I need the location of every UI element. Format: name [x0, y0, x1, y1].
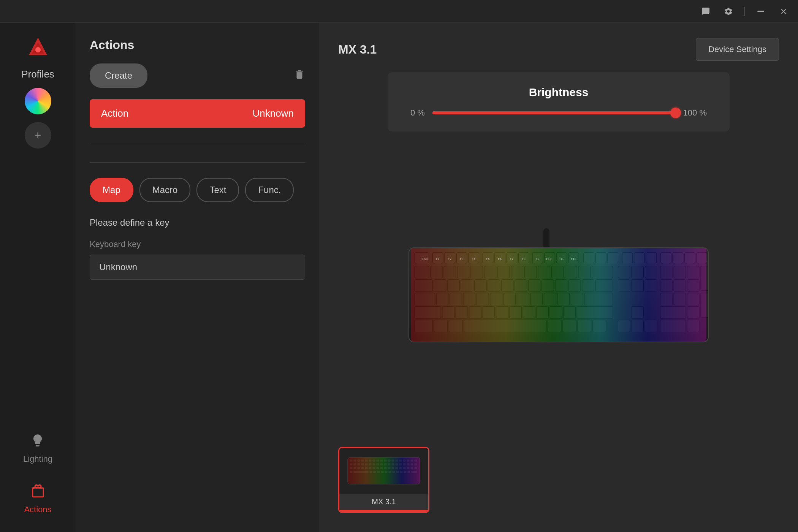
tab-map[interactable]: Map	[90, 178, 133, 202]
sidebar-item-actions[interactable]: Actions	[18, 478, 57, 521]
brightness-title: Brightness	[529, 86, 589, 99]
svg-text:F6: F6	[498, 257, 502, 261]
svg-text:ESC: ESC	[422, 257, 428, 261]
thumbnail-img	[339, 448, 428, 494]
svg-rect-0	[757, 11, 764, 12]
keyboard-key-section: Keyboard key	[90, 239, 305, 280]
brightness-max-label: 100 %	[683, 108, 707, 118]
tab-func[interactable]: Func.	[245, 178, 294, 202]
delete-icon[interactable]	[294, 69, 305, 83]
brightness-slider-fill	[432, 111, 676, 114]
brightness-slider-row: 0 % 100 %	[410, 108, 707, 118]
thumbnail-bottom-bar	[339, 510, 428, 512]
titlebar-controls	[699, 5, 790, 18]
svg-text:F2: F2	[448, 257, 451, 261]
actions-top-bar: Create	[90, 63, 305, 88]
add-profile-button[interactable]: +	[25, 122, 51, 149]
create-button[interactable]: Create	[90, 63, 147, 88]
tab-text[interactable]: Text	[196, 178, 239, 202]
lighting-label: Lighting	[23, 454, 52, 464]
thumbnail-card-mx31[interactable]: MX 3.1	[338, 447, 429, 513]
divider-2	[90, 162, 305, 163]
svg-text:F3: F3	[460, 257, 464, 261]
device-title: MX 3.1	[338, 43, 377, 57]
svg-rect-196	[348, 458, 420, 484]
action-item[interactable]: Action Unknown	[90, 99, 305, 128]
titlebar-separator	[744, 7, 745, 16]
main-layout: Profiles + Lighting Actions Actions Crea…	[0, 23, 798, 532]
brightness-slider-thumb	[670, 108, 681, 118]
tab-row: Map Macro Text Func.	[90, 178, 305, 202]
keyboard-body[interactable]: ESC F1 F2 F3 F4 F5 F6 F7 F8 F9 F10 F11	[408, 247, 709, 342]
define-key-label: Please define a key	[90, 217, 305, 228]
right-header: MX 3.1 Device Settings	[338, 38, 779, 61]
svg-point-3	[35, 47, 41, 52]
profile-circle[interactable]	[25, 88, 51, 114]
action-item-label: Action	[101, 108, 128, 119]
svg-text:F7: F7	[510, 257, 513, 261]
chat-icon[interactable]	[699, 5, 712, 18]
svg-text:F1: F1	[436, 257, 439, 261]
middle-panel: Actions Create Action Unknown Map Macro …	[76, 23, 319, 532]
sidebar-item-lighting[interactable]: Lighting	[17, 427, 59, 470]
actions-label: Actions	[24, 505, 51, 515]
svg-text:F9: F9	[536, 257, 539, 261]
svg-text:F5: F5	[486, 257, 490, 261]
minimize-button[interactable]	[754, 5, 768, 18]
svg-text:F4: F4	[472, 257, 476, 261]
keyboard-svg: ESC F1 F2 F3 F4 F5 F6 F7 F8 F9 F10 F11	[409, 248, 708, 342]
lighting-icon	[30, 433, 45, 451]
app-logo[interactable]	[25, 34, 51, 61]
divider-1	[90, 143, 305, 143]
svg-text:F8: F8	[522, 257, 526, 261]
keyboard-area: ESC F1 F2 F3 F4 F5 F6 F7 F8 F9 F10 F11	[338, 143, 779, 432]
gear-icon[interactable]	[722, 5, 735, 18]
action-item-value: Unknown	[253, 108, 294, 119]
brightness-min-label: 0 %	[410, 108, 425, 118]
svg-text:F11: F11	[559, 257, 564, 261]
close-button[interactable]	[777, 5, 790, 18]
thumbnails-row: MX 3.1	[338, 443, 779, 517]
profiles-label: Profiles	[21, 68, 54, 80]
keyboard-key-input[interactable]	[90, 255, 305, 280]
actions-icon	[31, 484, 45, 502]
right-panel: MX 3.1 Device Settings Brightness 0 % 10…	[319, 23, 798, 532]
tab-macro[interactable]: Macro	[139, 178, 191, 202]
titlebar	[0, 0, 798, 23]
device-settings-button[interactable]: Device Settings	[696, 38, 779, 61]
svg-rect-113	[411, 248, 706, 342]
keyboard-key-label: Keyboard key	[90, 239, 305, 249]
brightness-slider-track[interactable]	[432, 111, 676, 114]
panel-title: Actions	[90, 38, 305, 52]
svg-text:F10: F10	[546, 257, 552, 261]
sidebar: Profiles + Lighting Actions	[0, 23, 76, 532]
brightness-card: Brightness 0 % 100 %	[388, 72, 730, 131]
svg-text:F12: F12	[571, 257, 576, 261]
thumbnail-label: MX 3.1	[339, 494, 428, 510]
